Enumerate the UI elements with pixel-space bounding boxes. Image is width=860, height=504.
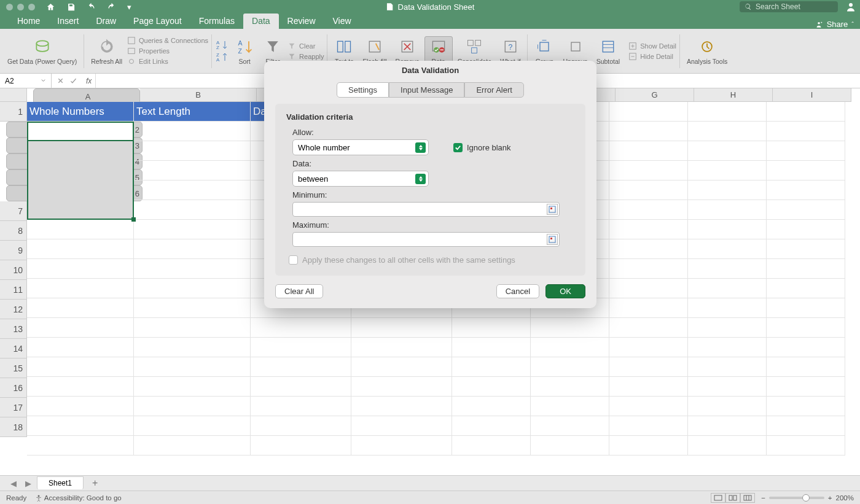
cell[interactable]: [688, 416, 767, 436]
cell[interactable]: [609, 338, 688, 357]
column-header-H[interactable]: H: [694, 88, 773, 102]
cell[interactable]: [688, 338, 767, 357]
allow-select[interactable]: Whole number: [292, 139, 429, 155]
tab-data[interactable]: Data: [243, 14, 279, 29]
qat-overflow[interactable]: ▾: [127, 2, 131, 12]
row-header-13[interactable]: 13: [0, 319, 27, 339]
cell[interactable]: [688, 239, 767, 259]
cell[interactable]: [351, 357, 452, 377]
minimize-dot[interactable]: [17, 4, 24, 10]
name-box[interactable]: A2: [0, 74, 52, 88]
cell[interactable]: [688, 357, 767, 377]
cell[interactable]: [134, 377, 251, 397]
add-sheet-button[interactable]: +: [86, 478, 104, 489]
cell[interactable]: [251, 338, 351, 357]
zoom-out-button[interactable]: −: [761, 494, 765, 502]
tab-page-layout[interactable]: Page Layout: [125, 14, 190, 29]
cell[interactable]: [27, 436, 134, 456]
cell[interactable]: [27, 239, 134, 259]
cell[interactable]: [688, 220, 767, 239]
row-header-8[interactable]: 8: [0, 221, 27, 241]
analysis-tools-button[interactable]: Analysis Tools: [683, 37, 731, 65]
zoom-dot[interactable]: [28, 4, 35, 10]
cell[interactable]: [251, 318, 351, 338]
refresh-all-button[interactable]: Refresh All: [87, 37, 126, 65]
dialog-tab-settings[interactable]: Settings: [337, 82, 389, 98]
cell[interactable]: [251, 377, 351, 397]
cancel-entry-icon[interactable]: [57, 77, 64, 85]
cell[interactable]: [452, 436, 531, 456]
cell[interactable]: [27, 279, 134, 298]
maximum-input[interactable]: [292, 232, 560, 247]
undo-icon[interactable]: [87, 2, 96, 12]
cell[interactable]: [688, 141, 767, 161]
cell[interactable]: [609, 220, 688, 239]
cell[interactable]: [452, 397, 531, 416]
save-icon[interactable]: [66, 2, 76, 12]
cell[interactable]: [134, 239, 251, 259]
tab-insert[interactable]: Insert: [49, 14, 87, 29]
cell[interactable]: [688, 122, 767, 141]
cell[interactable]: [134, 397, 251, 416]
cell[interactable]: [609, 377, 688, 397]
hide-detail-button[interactable]: Hide Detail: [628, 52, 676, 61]
show-detail-button[interactable]: Show Detail: [628, 42, 676, 50]
cell[interactable]: [351, 416, 452, 436]
accessibility-status[interactable]: Accessibility: Good to go: [35, 494, 121, 502]
cell[interactable]: [134, 318, 251, 338]
sort-button[interactable]: AZ Sort: [231, 37, 258, 65]
cell[interactable]: [134, 180, 251, 200]
cell[interactable]: [27, 220, 134, 239]
sort-az-button[interactable]: AZ ZA: [215, 39, 230, 63]
cell[interactable]: [531, 377, 609, 397]
ignore-blank-checkbox[interactable]: Ignore blank: [453, 143, 511, 152]
cell[interactable]: [688, 180, 767, 200]
data-select[interactable]: between: [292, 171, 429, 187]
cell[interactable]: [27, 259, 134, 279]
fill-handle[interactable]: [131, 217, 136, 222]
page-layout-view-button[interactable]: [725, 493, 740, 503]
cell[interactable]: [134, 141, 251, 161]
cell[interactable]: [531, 338, 609, 357]
cell[interactable]: [609, 239, 688, 259]
cell[interactable]: [27, 298, 134, 318]
cell[interactable]: [531, 318, 609, 338]
cell[interactable]: [452, 416, 531, 436]
cell[interactable]: [767, 377, 845, 397]
cell[interactable]: [27, 416, 134, 436]
search-sheet-input[interactable]: Search Sheet: [740, 1, 838, 12]
get-data-button[interactable]: Get Data (Power Query): [4, 37, 80, 65]
cell[interactable]: [452, 318, 531, 338]
cell[interactable]: [251, 416, 351, 436]
cell[interactable]: [688, 200, 767, 220]
ok-button[interactable]: OK: [545, 284, 585, 298]
column-header-G[interactable]: G: [616, 88, 694, 102]
cell[interactable]: [767, 239, 845, 259]
cell[interactable]: [688, 279, 767, 298]
page-break-view-button[interactable]: [740, 493, 755, 503]
cell[interactable]: [609, 102, 688, 122]
cell[interactable]: [351, 377, 452, 397]
enter-entry-icon[interactable]: [69, 77, 77, 85]
cell[interactable]: [609, 161, 688, 180]
clear-filter-button[interactable]: Clear: [287, 42, 324, 50]
edit-links-button[interactable]: Edit Links: [127, 57, 208, 66]
cell[interactable]: [609, 298, 688, 318]
cell[interactable]: [688, 397, 767, 416]
row-header-12[interactable]: 12: [0, 300, 27, 319]
tab-formulas[interactable]: Formulas: [190, 14, 243, 29]
cell[interactable]: [767, 318, 845, 338]
cell[interactable]: [767, 122, 845, 141]
tab-draw[interactable]: Draw: [87, 14, 125, 29]
cell[interactable]: [688, 298, 767, 318]
cell[interactable]: [134, 436, 251, 456]
cell[interactable]: [27, 377, 134, 397]
close-dot[interactable]: [6, 4, 13, 10]
cell[interactable]: Text Length: [134, 102, 251, 122]
cell[interactable]: [688, 161, 767, 180]
cell[interactable]: [531, 436, 609, 456]
cell[interactable]: [688, 102, 767, 122]
cell[interactable]: [452, 338, 531, 357]
cell[interactable]: [609, 122, 688, 141]
properties-button[interactable]: Properties: [127, 47, 208, 55]
